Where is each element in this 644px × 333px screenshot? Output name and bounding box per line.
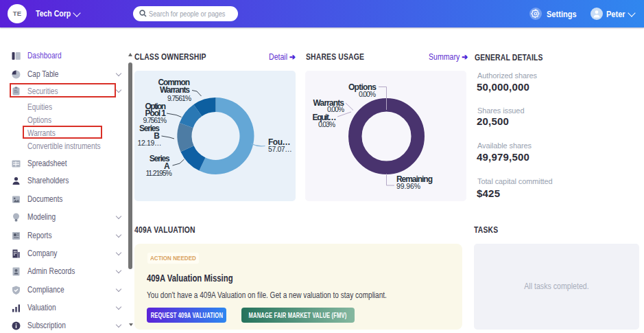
- svg-text:11.2195%: 11.2195%: [145, 169, 171, 177]
- svg-text:9.7561%: 9.7561%: [167, 94, 191, 102]
- svg-text:9.7561%: 9.7561%: [143, 116, 167, 124]
- svg-text:0.00%: 0.00%: [359, 90, 376, 98]
- svg-text:0.03%: 0.03%: [318, 120, 335, 128]
- svg-text:57.07…: 57.07…: [268, 145, 291, 153]
- svg-text:12.19…: 12.19…: [138, 139, 161, 147]
- svg-text:99.96%: 99.96%: [396, 182, 420, 190]
- svg-text:0.00%: 0.00%: [327, 105, 344, 113]
